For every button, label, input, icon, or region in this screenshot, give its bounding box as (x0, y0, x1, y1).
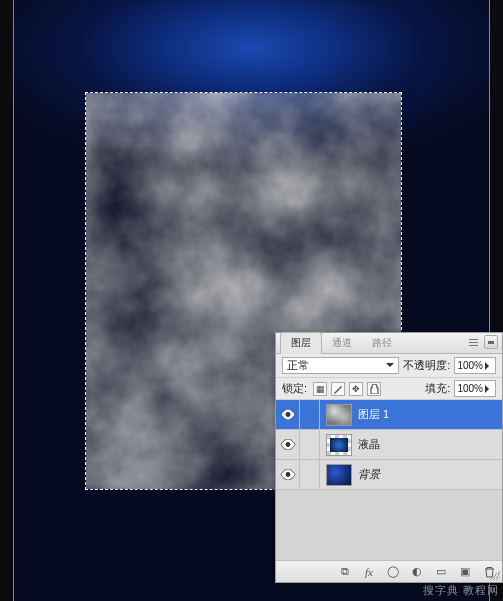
lock-label: 锁定: (282, 381, 307, 396)
lock-all-icon[interactable] (367, 382, 381, 396)
svg-point-1 (285, 412, 290, 417)
link-cell[interactable] (300, 430, 320, 459)
blend-opacity-row: 正常 不透明度: 100% (276, 354, 502, 378)
link-layers-icon[interactable]: ⧉ (338, 565, 352, 579)
tab-paths[interactable]: 路径 (362, 333, 402, 353)
link-cell[interactable] (300, 400, 320, 429)
layers-list: 图层 1 液晶 背景 (276, 400, 502, 560)
lock-icons: ▦ ✥ (313, 382, 381, 396)
link-cell[interactable] (300, 460, 320, 489)
layer-thumbnail[interactable] (326, 464, 352, 486)
opacity-value: 100% (457, 360, 483, 371)
lock-transparent-icon[interactable]: ▦ (313, 382, 327, 396)
new-layer-icon[interactable]: ▣ (458, 565, 472, 579)
layer-thumbnail[interactable] (326, 404, 352, 426)
fill-value: 100% (457, 383, 483, 394)
panel-menu-icon[interactable] (466, 335, 480, 349)
fill-label: 填充: (425, 381, 450, 396)
layer-name[interactable]: 图层 1 (358, 407, 502, 422)
opacity-input[interactable]: 100% (454, 357, 496, 374)
mask-icon[interactable]: ◯ (386, 565, 400, 579)
visibility-toggle[interactable] (276, 460, 300, 489)
fx-icon[interactable]: fx (362, 565, 376, 579)
panel-collapse-button[interactable] (484, 335, 498, 349)
slider-arrow-icon (485, 362, 493, 370)
blend-mode-value: 正常 (287, 358, 309, 373)
fill-input[interactable]: 100% (454, 380, 496, 397)
tab-channels[interactable]: 通道 (322, 333, 362, 353)
lock-fill-row: 锁定: ▦ ✥ 填充: 100% (276, 378, 502, 400)
panel-tabs: 图层 通道 路径 (276, 333, 502, 354)
visibility-toggle[interactable] (276, 400, 300, 429)
panel-footer: ⧉ fx ◯ ◐ ▭ ▣ (276, 560, 502, 582)
layers-empty-area (276, 490, 502, 560)
slider-arrow-icon (485, 385, 493, 393)
opacity-label: 不透明度: (403, 358, 450, 373)
svg-point-3 (285, 472, 290, 477)
tab-layers[interactable]: 图层 (280, 332, 322, 354)
layer-row[interactable]: 液晶 (276, 430, 502, 460)
layer-name[interactable]: 液晶 (358, 437, 502, 452)
visibility-toggle[interactable] (276, 430, 300, 459)
layer-row[interactable]: 图层 1 (276, 400, 502, 430)
chevron-down-icon (386, 363, 394, 371)
layer-name[interactable]: 背景 (358, 467, 502, 482)
layers-panel: 图层 通道 路径 正常 不透明度: 100% 锁定: ▦ ✥ 填充: (275, 332, 503, 583)
adjustment-icon[interactable]: ◐ (410, 565, 424, 579)
resize-grip-icon[interactable] (490, 570, 500, 580)
lock-pixels-icon[interactable] (331, 382, 345, 396)
layer-row[interactable]: 背景 (276, 460, 502, 490)
blend-mode-select[interactable]: 正常 (282, 357, 399, 374)
group-icon[interactable]: ▭ (434, 565, 448, 579)
lock-position-icon[interactable]: ✥ (349, 382, 363, 396)
layer-thumbnail[interactable] (326, 434, 352, 456)
svg-point-2 (285, 442, 290, 447)
